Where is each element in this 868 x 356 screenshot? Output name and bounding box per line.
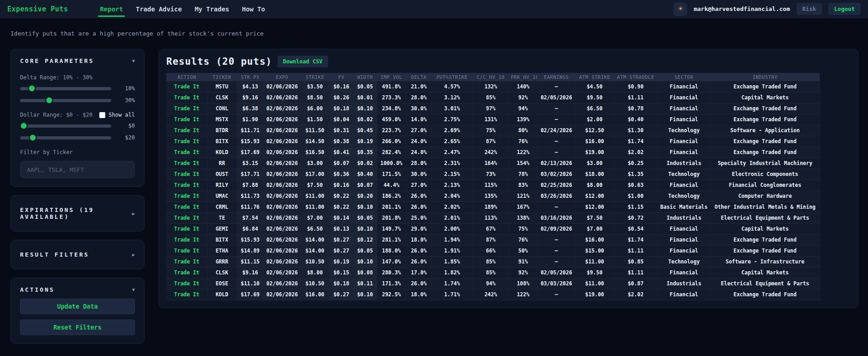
cell-imp-vol: 280.3% [377, 267, 406, 278]
nav-item-report[interactable]: Report [93, 0, 129, 18]
delta-max-slider[interactable] [20, 99, 111, 102]
ticker-filter-input[interactable] [20, 161, 135, 178]
cell-prk-hv-10: 91% [509, 256, 537, 267]
column-header-stk-px[interactable]: STK PX [236, 73, 264, 81]
cell-ticker: KOLD [207, 289, 236, 300]
column-header-strike[interactable]: STRIKE [300, 73, 329, 81]
cell-atm-strike: $12.00 [575, 191, 614, 201]
column-header-imp-vol[interactable]: IMP VOL [377, 73, 406, 81]
cell-atm-straddle: $0.72 [614, 212, 657, 223]
column-header-earnings[interactable]: EARNINGS [537, 73, 575, 81]
trade-it-link[interactable]: Trade It [174, 204, 199, 210]
table-row: Trade ItEOSE$11.1002/06/2026$10.50$0.18$… [166, 278, 820, 289]
cell-sector: Technology [657, 191, 710, 201]
reset-filters-button[interactable]: Reset Filters [20, 320, 135, 335]
nav-item-my-trades[interactable]: My Trades [188, 0, 236, 18]
cell-atm-straddle: $0.90 [614, 81, 657, 92]
trade-it-link[interactable]: Trade It [174, 138, 199, 144]
column-header-expo[interactable]: EXPO [264, 73, 300, 81]
risk-button[interactable]: Risk [796, 3, 822, 15]
column-header-sector[interactable]: SECTOR [657, 73, 710, 81]
update-data-button[interactable]: Update Data [20, 299, 135, 314]
app-logo[interactable]: Expensive Puts [7, 5, 68, 13]
trade-it-link[interactable]: Trade It [174, 280, 199, 287]
result-filters-header[interactable]: RESULT FILTERS ▶ [20, 251, 135, 258]
table-row: Trade ItCRML$11.7602/06/2026$11.00$0.22$… [166, 201, 820, 212]
cell-industry: Capital Markets [710, 223, 820, 234]
chevron-right-icon[interactable]: ▶ [132, 211, 135, 216]
nav-item-how-to[interactable]: How To [236, 0, 272, 18]
logout-button[interactable]: Logout [828, 3, 861, 15]
cell-strike: $6.00 [300, 103, 329, 114]
table-row: Trade ItCLSK$9.1602/06/2026$8.50$0.26$0.… [166, 92, 820, 103]
download-csv-button[interactable]: Download CSV [277, 56, 328, 67]
trade-it-link[interactable]: Trade It [174, 248, 199, 254]
cell-atm-straddle: $2.02 [614, 289, 657, 300]
column-header-prk-hv-10[interactable]: PRK_HV_10 [509, 73, 537, 81]
show-all-checkbox[interactable] [99, 112, 105, 118]
cell-fv: $0.31 [329, 125, 353, 136]
cell-industry: Other Industrial Metals & Mining [710, 201, 820, 212]
cell-sector: Technology [657, 125, 710, 136]
cell-width: $0.11 [353, 278, 377, 289]
trade-it-link[interactable]: Trade It [174, 258, 199, 265]
column-header-delta[interactable]: DELTA [406, 73, 431, 81]
column-header-ticker[interactable]: TICKER [207, 73, 236, 81]
cell-atm-strike: $12.50 [575, 125, 614, 136]
cell-c-c-hv-10: 94% [473, 278, 509, 289]
table-row: Trade ItRR$3.1502/06/2026$3.00$0.07$0.02… [166, 158, 820, 169]
show-all-label[interactable]: Show all [108, 112, 135, 118]
delta-max-slider-handle[interactable] [46, 97, 53, 104]
chevron-right-icon[interactable]: ▶ [132, 252, 135, 257]
cell-stk-px: $1.90 [236, 114, 264, 125]
trade-it-link[interactable]: Trade It [174, 149, 199, 155]
trade-it-link[interactable]: Trade It [174, 83, 199, 90]
trade-it-link[interactable]: Trade It [174, 116, 199, 123]
cell-stk-px: $15.93 [236, 234, 264, 245]
trade-it-link[interactable]: Trade It [174, 237, 199, 243]
trade-it-link[interactable]: Trade It [174, 182, 199, 188]
theme-toggle-button[interactable]: ☀ [673, 2, 687, 16]
cell-fv: $0.15 [329, 267, 353, 278]
actions-panel: ACTIONS ▼ Update DataReset Filters [10, 278, 144, 344]
trade-it-link[interactable]: Trade It [174, 105, 199, 112]
column-header-industry[interactable]: INDUSTRY [710, 73, 820, 81]
dollar-min-slider[interactable] [20, 124, 111, 128]
column-header-fv[interactable]: FV [329, 73, 353, 81]
cell-delta: 27.0% [406, 125, 431, 136]
cell-atm-straddle: $1.74 [614, 136, 657, 147]
dollar-min-slider-handle[interactable] [20, 122, 28, 130]
chevron-down-icon[interactable]: ▼ [132, 58, 135, 63]
trade-it-link[interactable]: Trade It [174, 193, 199, 199]
column-header-action[interactable]: ACTION [166, 73, 207, 81]
nav-item-trade-advice[interactable]: Trade Advice [129, 0, 188, 18]
trade-it-link[interactable]: Trade It [174, 127, 199, 134]
table-row: Trade ItCONL$6.3802/06/2026$6.00$0.18$0.… [166, 103, 820, 114]
trade-it-link[interactable]: Trade It [174, 94, 199, 101]
column-header-put-strike[interactable]: PUT%STRIKE [431, 73, 473, 81]
table-row: Trade ItETHA$14.8902/06/2026$14.00$0.27$… [166, 245, 820, 256]
cell-delta: 24.0% [406, 147, 431, 158]
expirations-header[interactable]: EXPIRATIONS (19 AVAILABLE) ▶ [20, 206, 135, 220]
column-header-atm-straddle[interactable]: ATM STRADDLE [614, 73, 657, 81]
cell-c-c-hv-10: 66% [473, 245, 509, 256]
delta-min-slider-handle[interactable] [28, 85, 36, 93]
trade-it-link[interactable]: Trade It [174, 226, 199, 232]
cell-atm-straddle: $0.78 [614, 103, 657, 114]
column-header-atm-strike[interactable]: ATM STRIKE [575, 73, 614, 81]
cell-atm-strike: $7.50 [575, 212, 614, 223]
trade-it-link[interactable]: Trade It [174, 171, 199, 177]
chevron-down-icon[interactable]: ▼ [132, 287, 135, 292]
core-parameters-header[interactable]: CORE PARAMETERS ▼ [20, 57, 135, 64]
delta-min-slider[interactable] [20, 87, 111, 90]
dollar-max-slider[interactable] [20, 136, 111, 139]
trade-it-link[interactable]: Trade It [174, 291, 199, 298]
trade-it-link[interactable]: Trade It [174, 269, 199, 276]
column-header-c-c-hv-10[interactable]: C/C_HV_10 [473, 73, 509, 81]
trade-it-link[interactable]: Trade It [174, 215, 199, 221]
actions-header[interactable]: ACTIONS ▼ [20, 286, 135, 293]
column-header-width[interactable]: WIDTH [353, 73, 377, 81]
trade-it-link[interactable]: Trade It [174, 160, 199, 166]
dollar-max-slider-handle[interactable] [29, 134, 37, 142]
cell-put-strike: 2.75% [431, 114, 473, 125]
